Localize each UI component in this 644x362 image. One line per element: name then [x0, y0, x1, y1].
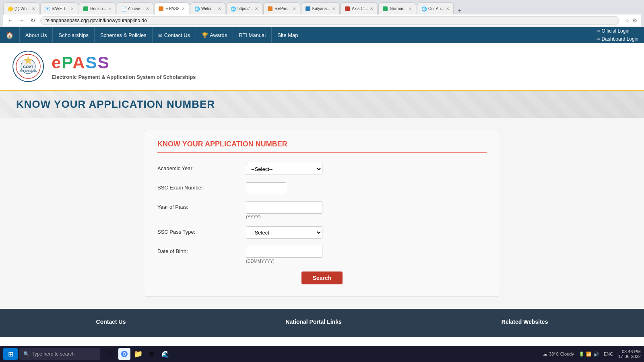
back-button[interactable]: ←: [6, 16, 14, 25]
new-tab-button[interactable]: +: [454, 7, 464, 14]
form-card-title: KNOW YOUR APPLICATION NUMBER: [157, 140, 487, 153]
ssc-exam-label: SSC Exam Number:: [157, 182, 246, 191]
nav-item-about[interactable]: About Us: [19, 27, 52, 43]
ssc-exam-input[interactable]: [246, 182, 286, 194]
url-bar[interactable]: telanganaepass.cgg.gov.in/knowyourapplin…: [40, 16, 619, 25]
ssc-pass-type-select[interactable]: --Select-- Regular Private: [246, 226, 322, 239]
year-of-pass-label: Year of Pass:: [157, 202, 246, 210]
nav-item-contact[interactable]: ✉ Contact Us: [152, 27, 196, 43]
tab-epass[interactable]: e-PASS ✕: [154, 2, 189, 14]
nav-item-rti[interactable]: RTI Manual: [233, 27, 271, 43]
tab-2[interactable]: 📧 SAVE T... ✕: [40, 2, 78, 14]
address-bar-row: ← → ↻ telanganaepass.cgg.gov.in/knowyour…: [3, 14, 641, 27]
tab-9[interactable]: Kalyana... ✕: [301, 2, 340, 14]
search-button[interactable]: Search: [301, 272, 343, 284]
nav-item-schemes[interactable]: Schemes & Policies: [94, 27, 152, 43]
footer-columns: Contact Us National Portal Links Related…: [0, 319, 644, 337]
footer-national-heading: National Portal Links: [285, 319, 341, 325]
dob-field: (DDMMYYYY): [246, 246, 326, 263]
bookmark-icon[interactable]: ☆: [625, 17, 630, 24]
nav-item-sitemap[interactable]: Site Map: [271, 27, 303, 43]
footer-related-heading: Related Websites: [502, 319, 548, 325]
dob-input[interactable]: [246, 246, 322, 258]
nav-right: ➔ Official Login ➔ Dashboard Login: [590, 27, 644, 43]
year-hint: (YYYY): [246, 214, 326, 219]
logo-text-area: ePASS Electronic Payment & Application S…: [52, 53, 196, 80]
extensions-icon[interactable]: ⚙: [632, 17, 638, 24]
academic-year-select[interactable]: --Select-- 2021-22 2020-21 2019-20: [246, 163, 322, 175]
tab-1[interactable]: 🟡 (1) Wh... ✕: [3, 2, 39, 14]
contact-icon: ✉: [158, 32, 163, 38]
page-banner: KNOW YOUR APPLICATION NUMBER: [0, 91, 644, 118]
nav-main: 🏠 About Us Scholarships Schemes & Polici…: [0, 27, 590, 43]
year-of-pass-input[interactable]: [246, 202, 322, 214]
ssc-pass-type-row: SSC Pass Type: --Select-- Regular Privat…: [157, 226, 487, 239]
logo-area: GOVT TELANGANA ePASS Electronic Payment …: [0, 43, 644, 91]
footer-col-contact: Contact Us: [96, 319, 126, 329]
nav-item-awards[interactable]: 🏆 Awards: [196, 27, 233, 43]
ssc-exam-field: [246, 182, 326, 194]
tab-8[interactable]: e:ePas... ✕: [263, 2, 300, 14]
form-actions: Search: [157, 272, 487, 284]
epass-logo: ePASS: [52, 53, 196, 72]
academic-year-field: --Select-- 2021-22 2020-21 2019-20: [246, 163, 326, 175]
ssc-exam-row: SSC Exam Number:: [157, 182, 487, 194]
reload-button[interactable]: ↻: [29, 16, 37, 25]
ssc-pass-type-label: SSC Pass Type:: [157, 226, 246, 235]
ssc-pass-type-field: --Select-- Regular Private: [246, 226, 326, 239]
dob-hint: (DDMMYYYY): [246, 259, 326, 263]
official-login-button[interactable]: ➔ Official Login: [590, 27, 644, 35]
footer-contact-heading: Contact Us: [96, 319, 126, 325]
awards-icon: 🏆: [202, 32, 208, 38]
year-of-pass-row: Year of Pass: (YYYY): [157, 202, 487, 219]
tab-6[interactable]: 🌐 Welco... ✕: [190, 2, 225, 14]
tab-4[interactable]: 📄 An ove... ✕: [117, 2, 153, 14]
footer: Contact Us National Portal Links Related…: [0, 309, 644, 337]
tab-11[interactable]: Gramm... ✕: [378, 2, 416, 14]
logo-subtitle: Electronic Payment & Application System …: [52, 74, 196, 80]
browser-chrome: 🟡 (1) Wh... ✕ 📧 SAVE T... ✕ Housin... ✕ …: [0, 0, 644, 27]
login-icon: ➔: [596, 28, 600, 34]
dob-label: Date of Birth:: [157, 246, 246, 254]
svg-text:TELANGANA: TELANGANA: [20, 70, 37, 72]
footer-col-national: National Portal Links: [285, 319, 341, 329]
nav-home-button[interactable]: 🏠: [0, 27, 19, 43]
top-nav: 🏠 About Us Scholarships Schemes & Polici…: [0, 27, 644, 43]
tab-10[interactable]: Axis Cr... ✕: [341, 2, 378, 14]
tab-7[interactable]: 🌐 https://... ✕: [226, 2, 262, 14]
svg-text:GOVT: GOVT: [23, 65, 33, 69]
nav-item-scholarships[interactable]: Scholarships: [52, 27, 94, 43]
footer-col-related: Related Websites: [502, 319, 548, 329]
dashboard-login-button[interactable]: ➔ Dashboard Login: [590, 35, 644, 43]
forward-button[interactable]: →: [18, 16, 26, 25]
govt-emblem: GOVT TELANGANA: [12, 50, 44, 82]
form-card: KNOW YOUR APPLICATION NUMBER Academic Ye…: [145, 130, 499, 297]
main-content: KNOW YOUR APPLICATION NUMBER Academic Ye…: [0, 118, 644, 309]
tab-3[interactable]: Housin... ✕: [79, 2, 116, 14]
year-of-pass-field: (YYYY): [246, 202, 326, 219]
academic-year-label: Academic Year:: [157, 163, 246, 171]
banner-title: KNOW YOUR APPLICATION NUMBER: [16, 98, 628, 111]
dashboard-icon: ➔: [596, 36, 600, 42]
academic-year-row: Academic Year: --Select-- 2021-22 2020-2…: [157, 163, 487, 175]
dob-row: Date of Birth: (DDMMYYYY): [157, 246, 487, 263]
browser-tabs: 🟡 (1) Wh... ✕ 📧 SAVE T... ✕ Housin... ✕ …: [3, 2, 641, 14]
tab-12[interactable]: 🌐 Our Au... ✕: [417, 2, 454, 14]
